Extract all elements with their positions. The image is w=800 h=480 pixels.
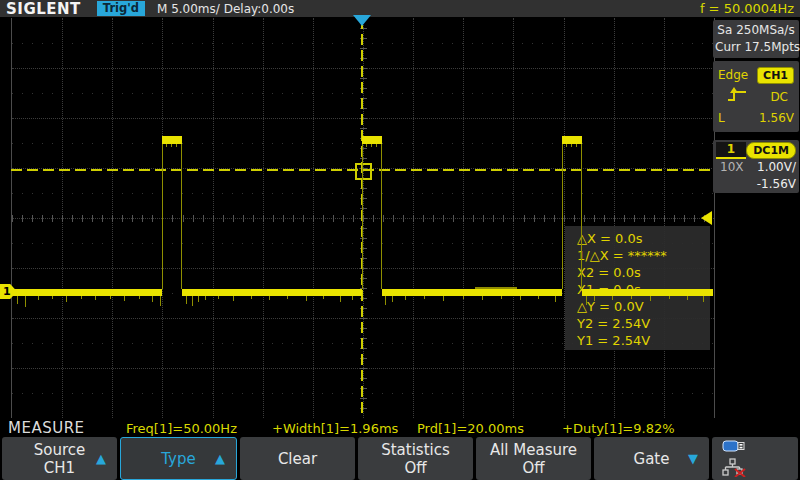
status-icon-box	[712, 437, 798, 480]
up-arrow-icon: ▲	[96, 450, 106, 468]
waveform-segment	[405, 296, 406, 300]
cursor-x2: X2 = 0.0s	[577, 264, 710, 281]
acquisition-info-box[interactable]: Sa 250MSa/s Curr 17.5Mpts	[713, 20, 799, 58]
trigger-source-badge: CH1	[757, 67, 794, 84]
waveform-segment	[581, 144, 582, 289]
cursor-delta-x: △X = 0.0s	[577, 230, 710, 247]
waveform-segment	[703, 296, 704, 302]
trigger-level-label: L	[718, 111, 725, 125]
measure-pos-width: +Width[1]=1.96ms	[272, 421, 398, 436]
trigger-level-value: 1.56V	[759, 111, 794, 125]
clear-button[interactable]: Clear	[240, 437, 355, 480]
waveform-segment	[340, 296, 341, 302]
waveform-segment	[562, 144, 563, 289]
trigger-coupling: DC	[770, 90, 788, 104]
measure-title: MEASURE	[8, 419, 85, 437]
waveform-segment	[251, 296, 252, 299]
measure-freq: Freq[1]=50.00Hz	[126, 421, 237, 436]
waveform-segment	[162, 144, 163, 289]
waveform-segment	[218, 296, 219, 299]
brand-logo: SIGLENT	[6, 0, 81, 18]
trigger-type: Edge	[718, 68, 748, 82]
waveform-segment	[306, 296, 307, 301]
waveform-segment	[612, 296, 613, 300]
measure-duty: +Duty[1]=9.82%	[562, 421, 675, 436]
oscilloscope-screen: SIGLENT Trig'd M 5.00ms/ Delay:0.00s f =…	[0, 0, 800, 480]
waveform-segment	[233, 296, 234, 301]
waveform-segment	[17, 296, 18, 304]
waveform-segment	[520, 296, 521, 300]
lan-disconnected-icon[interactable]	[722, 458, 746, 480]
waveform-segment	[25, 296, 26, 307]
measure-period: Prd[1]=20.00ms	[417, 421, 524, 436]
waveform-segment	[392, 296, 393, 302]
top-bar: SIGLENT Trig'd M 5.00ms/ Delay:0.00s f =…	[0, 0, 800, 17]
waveform-segment	[192, 296, 193, 306]
waveform-segment	[162, 136, 182, 144]
source-button[interactable]: Source CH1 ▲	[2, 437, 117, 480]
waveform-segment	[650, 296, 651, 301]
waveform-segment	[371, 144, 372, 147]
memory-depth: Curr 17.5Mpts	[715, 39, 797, 56]
channel-offset: -1.56V	[757, 177, 796, 191]
waveform-segment	[181, 144, 182, 289]
waveform-segment	[582, 289, 713, 296]
cursor-delta-y: △Y = 0.0V	[577, 298, 710, 315]
rising-edge-icon	[726, 87, 748, 106]
waveform-segment	[562, 136, 582, 144]
waveform-segment	[475, 287, 517, 289]
frequency-counter: f = 50.0004Hz	[700, 1, 794, 16]
waveform-segment	[186, 296, 187, 304]
waveform-segment	[538, 296, 539, 299]
waveform-segment	[176, 144, 177, 147]
waveform-segment	[323, 296, 324, 299]
waveform-segment	[152, 296, 153, 302]
waveform-segment	[269, 296, 270, 300]
waveform-segment	[205, 296, 206, 300]
type-button[interactable]: Type ▲	[120, 437, 237, 480]
waveform-segment	[95, 296, 96, 300]
waveform-segment	[11, 289, 162, 296]
waveform-segment	[463, 296, 464, 299]
waveform-segment	[594, 296, 595, 301]
waveform-segment	[424, 296, 425, 299]
waveform-segment	[362, 144, 363, 289]
trigger-info-box[interactable]: Edge CH1 DC L 1.56V	[713, 61, 799, 132]
waveform-segment	[385, 296, 386, 305]
waveform-segment	[376, 144, 377, 147]
channel-coupling-badge: DC1M	[746, 142, 796, 159]
waveform-segment	[38, 296, 39, 300]
waveform-segment	[443, 296, 444, 301]
up-arrow-icon: ▲	[215, 450, 225, 468]
waveform-segment	[576, 144, 577, 147]
all-measure-button[interactable]: All Measure Off	[476, 437, 591, 480]
trigger-position-marker-icon[interactable]	[353, 15, 371, 26]
waveform-segment	[381, 144, 382, 289]
probe-attenuation: 10X	[720, 160, 744, 174]
waveform-segment	[81, 296, 82, 299]
waveform-segment	[52, 296, 53, 299]
channel1-info-box[interactable]: 1 DC1M 10X 1.00V/ -1.56V	[713, 140, 799, 193]
volts-per-div: 1.00V/	[757, 160, 796, 174]
waveform-segment	[287, 296, 288, 299]
waveform-segment	[110, 296, 111, 299]
waveform-segment	[362, 136, 382, 144]
gate-button[interactable]: Gate ▼	[594, 437, 709, 480]
cursor-y2: Y2 = 2.54V	[577, 315, 710, 332]
waveform-segment	[586, 296, 587, 305]
waveform-segment	[687, 296, 688, 300]
trigger-level-arrow-icon[interactable]	[701, 211, 712, 225]
cursor-inv-delta-x: 1/△X = ******	[577, 247, 710, 264]
waveform-segment	[124, 296, 125, 301]
waveform-segment	[482, 296, 483, 300]
sample-rate: Sa 250MSa/s	[715, 22, 797, 39]
usb-icon[interactable]	[722, 437, 746, 456]
waveform-segment	[171, 144, 172, 147]
waveform-segment	[571, 144, 572, 147]
statistics-button[interactable]: Statistics Off	[358, 437, 473, 480]
cursor-intersection-marker[interactable]	[355, 163, 372, 180]
waveform-segment	[382, 289, 562, 296]
waveform-segment	[631, 296, 632, 299]
waveform-segment	[166, 144, 167, 147]
trigger-status-badge: Trig'd	[97, 1, 145, 16]
